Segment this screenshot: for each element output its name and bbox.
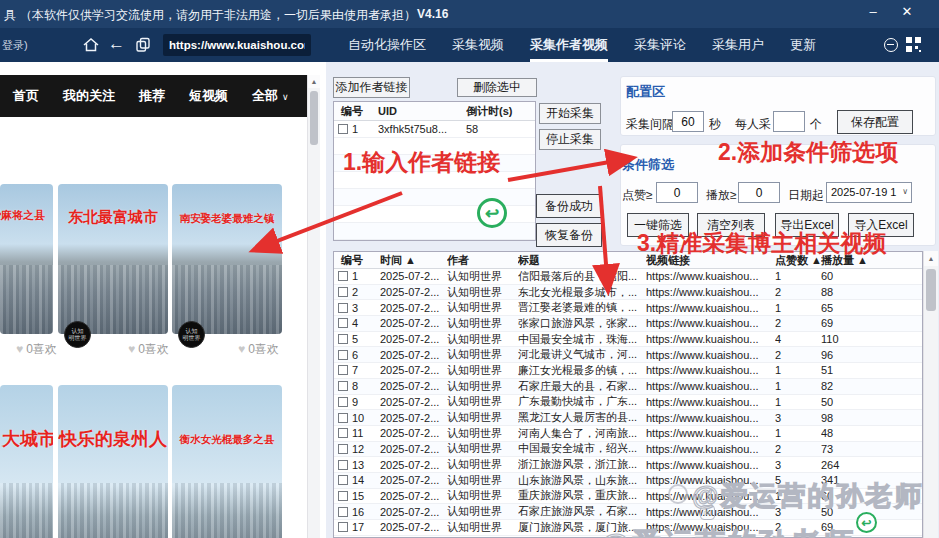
row-checkbox[interactable]	[338, 413, 348, 423]
date-from-select[interactable]: 2025-07-19 1 ∨	[826, 182, 912, 203]
row-checkbox[interactable]	[338, 303, 348, 313]
nav-tab-1[interactable]: 自动化操作区	[348, 28, 426, 62]
video-row[interactable]: 32025-07-2...认知明世界晋江娶老婆最难的镇，...https://w…	[334, 300, 922, 316]
video-cell-link[interactable]: https://www.kuaishou...	[646, 380, 775, 392]
nav-tab-4[interactable]: 采集评论	[634, 28, 686, 62]
video-cell-link[interactable]: https://www.kuaishou...	[646, 317, 775, 329]
row-checkbox[interactable]	[338, 365, 348, 375]
row-checkbox[interactable]	[338, 124, 348, 134]
likes-filter-input[interactable]	[656, 182, 698, 203]
video-cell-link[interactable]: https://www.kuaishou...	[646, 270, 775, 282]
green-return-icon[interactable]: ↩	[477, 198, 507, 228]
stop-collect-button[interactable]: 停止采集	[539, 129, 601, 150]
url-input[interactable]	[163, 34, 311, 56]
video-card[interactable]: 快乐的泉州人	[58, 385, 168, 538]
close-button[interactable]: ✕	[896, 4, 918, 19]
plays-filter-input[interactable]	[738, 182, 780, 203]
backup-success-button[interactable]: 备份成功	[536, 194, 602, 218]
video-row[interactable]: 12025-07-2...认知明世界信阳最落后的县，信阳...https://w…	[334, 269, 922, 285]
add-author-link-button[interactable]: 添加作者链接	[333, 77, 410, 98]
video-card[interactable]: 南安娶老婆最难之镇	[172, 184, 282, 334]
row-checkbox[interactable]	[338, 350, 348, 360]
row-checkbox[interactable]	[338, 507, 348, 517]
video-col-header[interactable]: 编号	[334, 253, 380, 268]
video-row[interactable]: 122025-07-2...认知明世界中国最安全城市，绍兴...https://…	[334, 442, 922, 458]
kuaishou-menu-item-4[interactable]: 短视频	[189, 87, 228, 105]
row-checkbox[interactable]	[338, 491, 348, 501]
left-scrollbar[interactable]: ▲	[307, 75, 320, 538]
kuaishou-menu-item-1[interactable]: 首页	[13, 87, 39, 105]
kuaishou-menu-item-2[interactable]: 我的关注	[63, 87, 115, 105]
row-checkbox[interactable]	[338, 428, 348, 438]
kuaishou-menu-item-5[interactable]: 全部∨	[252, 87, 289, 105]
row-checkbox[interactable]	[338, 318, 348, 328]
video-cell-link[interactable]: https://www.kuaishou...	[646, 286, 775, 298]
video-card[interactable]: 东北最富城市	[58, 184, 168, 334]
row-checkbox[interactable]	[338, 381, 348, 391]
row-checkbox[interactable]	[338, 475, 348, 485]
nav-tab-6[interactable]: 更新	[790, 28, 816, 62]
row-checkbox[interactable]	[338, 287, 348, 297]
video-cell-id: 5	[334, 333, 380, 345]
video-cell-link[interactable]: https://www.kuaishou...	[646, 459, 775, 471]
video-caption: 爱麻将之县	[0, 208, 45, 223]
table-scrollbar-thumb[interactable]	[926, 269, 936, 311]
video-row[interactable]: 82025-07-2...认知明世界石家庄最大的县，石家...https://w…	[334, 379, 922, 395]
scroll-up-icon[interactable]: ▲	[308, 75, 320, 88]
video-cell-link[interactable]: https://www.kuaishou...	[646, 349, 775, 361]
video-row[interactable]: 72025-07-2...认知明世界廉江女光棍最多的镇，...https://w…	[334, 363, 922, 379]
row-checkbox[interactable]	[338, 271, 348, 281]
row-checkbox[interactable]	[338, 522, 348, 532]
video-cell-link[interactable]: https://www.kuaishou...	[646, 427, 775, 439]
video-row[interactable]: 52025-07-2...认知明世界中国最安全城市，珠海...https://w…	[334, 332, 922, 348]
table-scroll-up-icon[interactable]: ▲	[924, 251, 938, 266]
start-collect-button[interactable]: 开始采集	[539, 103, 601, 124]
minimize-button[interactable]: –	[862, 4, 884, 19]
video-row[interactable]: 102025-07-2...认知明世界黑龙江女人最厉害的县...https://…	[334, 410, 922, 426]
video-cell-link[interactable]: https://www.kuaishou...	[646, 443, 775, 455]
per-person-input[interactable]	[773, 111, 805, 132]
row-checkbox[interactable]	[338, 397, 348, 407]
video-col-header[interactable]: 作者	[447, 253, 518, 268]
video-cell-link[interactable]: https://www.kuaishou...	[646, 396, 775, 408]
video-cell-link[interactable]: https://www.kuaishou...	[646, 302, 775, 314]
nav-tab-5[interactable]: 采集用户	[712, 28, 764, 62]
video-col-header[interactable]: 标题	[518, 253, 646, 268]
video-cell-link[interactable]: https://www.kuaishou...	[646, 412, 775, 424]
video-cell-id: 2	[334, 286, 380, 298]
delete-selected-button[interactable]: 删除选中	[457, 78, 537, 97]
home-icon[interactable]	[82, 36, 100, 58]
save-config-button[interactable]: 保存配置	[837, 110, 913, 134]
green-return-icon-small: ↩	[856, 512, 877, 533]
video-row[interactable]: 42025-07-2...认知明世界张家口旅游风景，张家...https://w…	[334, 316, 922, 332]
video-cell-link[interactable]: https://www.kuaishou...	[646, 333, 775, 345]
author-avatar[interactable]: 认知明世界	[178, 321, 205, 348]
copy-pages-icon[interactable]	[134, 36, 152, 58]
city-texture	[172, 483, 282, 538]
nav-tab-2[interactable]: 采集视频	[452, 28, 504, 62]
video-col-header[interactable]: 时间 ▲	[380, 253, 447, 268]
video-row[interactable]: 112025-07-2...认知明世界河南人集合了，河南旅...https://…	[334, 426, 922, 442]
row-checkbox[interactable]	[338, 460, 348, 470]
video-row[interactable]: 132025-07-2...认知明世界浙江旅游风景，浙江旅...https://…	[334, 457, 922, 473]
video-card[interactable]: 衡水女光棍最多之县	[172, 385, 282, 538]
video-cell-link[interactable]: https://www.kuaishou...	[646, 364, 775, 376]
video-row[interactable]: 92025-07-2...认知明世界广东最勤快城市，广东...https://w…	[334, 395, 922, 411]
restore-backup-button[interactable]: 恢复备份	[536, 223, 602, 247]
video-row[interactable]: 22025-07-2...认知明世界东北女光棍最多城市，...https://w…	[334, 285, 922, 301]
video-card[interactable]: 大城市	[0, 385, 53, 538]
author-avatar[interactable]: 认知明世界	[64, 321, 91, 348]
table-scrollbar[interactable]: ▲	[923, 251, 938, 538]
row-checkbox[interactable]	[338, 444, 348, 454]
author-row[interactable]: 13xfhk5t75u8...58	[334, 121, 535, 138]
back-icon[interactable]: ←	[108, 34, 125, 54]
interval-input[interactable]	[672, 111, 704, 132]
video-row[interactable]: 62025-07-2...认知明世界河北最讲义气城市，河...https://w…	[334, 347, 922, 363]
row-checkbox[interactable]	[338, 334, 348, 344]
video-card[interactable]: 爱麻将之县	[0, 184, 53, 334]
grid-qr-icon[interactable]	[906, 37, 921, 56]
circle-minus-icon[interactable]	[884, 38, 898, 52]
left-scrollbar-thumb[interactable]	[310, 91, 318, 145]
kuaishou-menu-item-3[interactable]: 推荐	[139, 87, 165, 105]
nav-tab-3[interactable]: 采集作者视频	[530, 28, 608, 62]
